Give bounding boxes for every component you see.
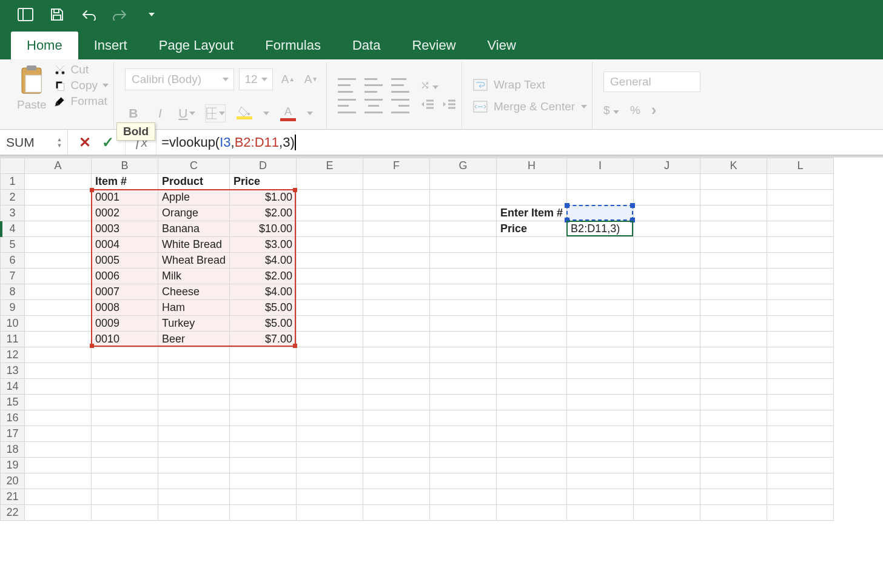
cell-E9[interactable] [297,300,363,316]
cell-F4[interactable] [363,221,430,237]
cell-C12[interactable] [158,347,230,363]
cell-D18[interactable] [230,442,297,458]
tab-formulas[interactable]: Formulas [249,32,337,59]
cell-E10[interactable] [297,316,363,332]
cell-I20[interactable] [567,473,634,489]
cell-L5[interactable] [767,237,834,253]
cell-L12[interactable] [767,347,834,363]
cell-J11[interactable] [634,332,700,347]
row-header-10[interactable]: 10 [1,316,25,332]
cell-B6[interactable]: 0005 [92,253,158,269]
panel-toggle-icon[interactable] [17,6,34,23]
font-size-select[interactable]: 12 [239,68,273,90]
cell-I21[interactable] [567,489,634,505]
cell-G6[interactable] [430,253,497,269]
cell-H8[interactable] [497,284,567,300]
cell-D7[interactable]: $2.00 [230,269,297,284]
cell-E14[interactable] [297,379,363,395]
cell-J7[interactable] [634,269,700,284]
row-header-4[interactable]: 4 [1,221,25,237]
cell-A22[interactable] [25,505,92,521]
cell-F15[interactable] [363,395,430,410]
cell-E8[interactable] [297,284,363,300]
cell-D8[interactable]: $4.00 [230,284,297,300]
cell-I13[interactable] [567,363,634,379]
cell-K22[interactable] [700,505,767,521]
row-header-3[interactable]: 3 [1,205,25,221]
row-header-8[interactable]: 8 [1,284,25,300]
cell-J5[interactable] [634,237,700,253]
cell-E11[interactable] [297,332,363,347]
cell-F17[interactable] [363,426,430,442]
cell-A12[interactable] [25,347,92,363]
align-left-button[interactable] [338,99,356,113]
select-all-corner[interactable] [1,158,25,174]
cell-A19[interactable] [25,458,92,473]
cell-E17[interactable] [297,426,363,442]
column-header-C[interactable]: C [158,158,230,174]
format-painter-button[interactable]: Format [54,95,109,108]
cell-H17[interactable] [497,426,567,442]
cell-F3[interactable] [363,205,430,221]
name-box-stepper[interactable]: ▲▼ [54,132,65,152]
cell-B17[interactable] [92,426,158,442]
cell-G3[interactable] [430,205,497,221]
cell-K16[interactable] [700,410,767,426]
cell-G15[interactable] [430,395,497,410]
cell-K7[interactable] [700,269,767,284]
cell-J12[interactable] [634,347,700,363]
cell-F18[interactable] [363,442,430,458]
cell-G21[interactable] [430,489,497,505]
tab-home[interactable]: Home [11,32,78,59]
cell-K5[interactable] [700,237,767,253]
cell-G1[interactable] [430,174,497,190]
cell-I8[interactable] [567,284,634,300]
cell-F12[interactable] [363,347,430,363]
underline-button[interactable]: U [178,105,195,122]
confirm-formula-button[interactable]: ✓ [102,134,114,151]
cell-F16[interactable] [363,410,430,426]
align-right-button[interactable] [391,99,409,113]
cell-C22[interactable] [158,505,230,521]
cell-F5[interactable] [363,237,430,253]
cell-E6[interactable] [297,253,363,269]
cell-C9[interactable]: Ham [158,300,230,316]
cell-G10[interactable] [430,316,497,332]
cell-F6[interactable] [363,253,430,269]
row-header-7[interactable]: 7 [1,269,25,284]
cell-L16[interactable] [767,410,834,426]
cell-D14[interactable] [230,379,297,395]
align-middle-button[interactable] [364,78,383,93]
cell-I16[interactable] [567,410,634,426]
tab-view[interactable]: View [472,32,532,59]
cell-D12[interactable] [230,347,297,363]
cell-I9[interactable] [567,300,634,316]
cell-A4[interactable] [25,221,92,237]
cell-D13[interactable] [230,363,297,379]
cell-L15[interactable] [767,395,834,410]
italic-button[interactable]: I [152,105,169,122]
cell-E15[interactable] [297,395,363,410]
comma-style-button[interactable]: › [651,101,657,119]
cell-B16[interactable] [92,410,158,426]
row-header-1[interactable]: 1 [1,174,25,190]
formula-input[interactable]: =vlookup(I3,B2:D11,3) [156,130,883,155]
cell-G13[interactable] [430,363,497,379]
cell-G18[interactable] [430,442,497,458]
cell-A7[interactable] [25,269,92,284]
align-center-button[interactable] [364,99,383,113]
cell-D3[interactable]: $2.00 [230,205,297,221]
row-header-21[interactable]: 21 [1,489,25,505]
row-header-6[interactable]: 6 [1,253,25,269]
cell-J10[interactable] [634,316,700,332]
cell-E1[interactable] [297,174,363,190]
cell-B5[interactable]: 0004 [92,237,158,253]
cell-I3[interactable] [567,205,634,221]
cell-F2[interactable] [363,190,430,205]
wrap-text-button[interactable]: Wrap Text [473,78,587,92]
cell-I4[interactable]: B2:D11,3) [567,221,634,237]
cell-E5[interactable] [297,237,363,253]
column-header-I[interactable]: I [567,158,634,174]
cell-C19[interactable] [158,458,230,473]
cell-H10[interactable] [497,316,567,332]
